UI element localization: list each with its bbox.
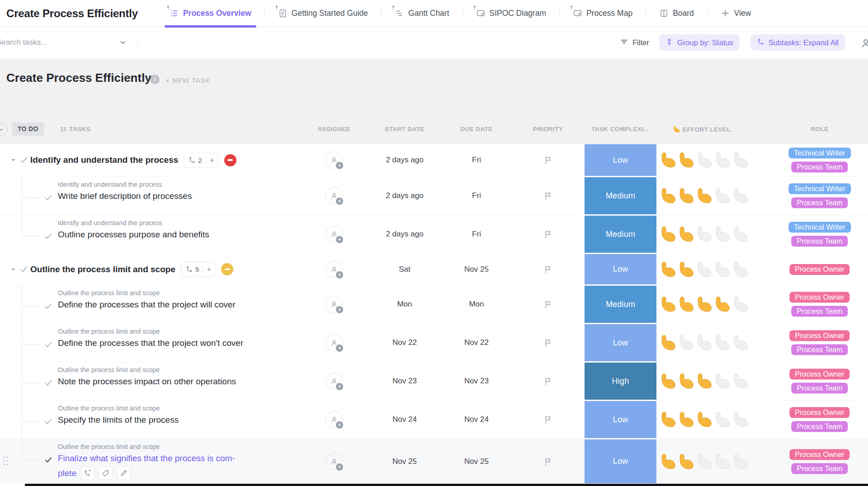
- priority-flag-icon[interactable]: [543, 299, 553, 309]
- priority-flag-icon[interactable]: [543, 229, 553, 239]
- tab-getting-started-guide[interactable]: Getting Started Guide: [265, 0, 381, 27]
- new-task-button[interactable]: + NEW TASK: [165, 76, 211, 84]
- status-dot-icon[interactable]: [224, 154, 236, 166]
- priority-flag-icon[interactable]: [543, 338, 553, 348]
- assignee-add-button[interactable]: +: [326, 226, 343, 243]
- due-date[interactable]: Mon: [469, 300, 484, 309]
- assignee-add-button[interactable]: +: [326, 296, 343, 313]
- tag-button[interactable]: [99, 466, 113, 480]
- expand-chevron-icon[interactable]: [10, 266, 16, 272]
- tab-board[interactable]: Board: [646, 0, 707, 27]
- subtask-row[interactable]: Outline the process limit and scopeNote …: [0, 362, 868, 400]
- complexity-cell[interactable]: Low: [585, 439, 656, 483]
- task-title[interactable]: Define the processes that the project wo…: [58, 338, 243, 348]
- filter-button[interactable]: Filter: [620, 34, 649, 51]
- task-row[interactable]: Identify and understand the process 2 + …: [0, 144, 868, 176]
- role-badge[interactable]: Process Owner: [789, 407, 849, 418]
- role-badge[interactable]: Process Owner: [789, 449, 849, 460]
- checkmark-icon[interactable]: [44, 302, 53, 311]
- assignee-add-button[interactable]: +: [326, 411, 343, 428]
- complexity-cell[interactable]: High: [585, 363, 656, 400]
- role-badge[interactable]: Technical Writer: [788, 184, 851, 194]
- start-date[interactable]: 2 days ago: [386, 156, 423, 165]
- subtask-row[interactable]: Identify and understand the processWrite…: [0, 176, 868, 215]
- complexity-cell[interactable]: Low: [585, 324, 656, 361]
- task-title[interactable]: Outline processes purpose and benefits: [58, 230, 209, 240]
- group-by-button[interactable]: Group by: Status: [659, 34, 740, 51]
- role-badge[interactable]: Process Owner: [789, 330, 849, 341]
- info-icon[interactable]: i: [150, 75, 160, 84]
- subtask-count-pill[interactable]: 2 +: [184, 153, 218, 168]
- parent-task-label[interactable]: Outline the process limit and scope: [58, 443, 160, 450]
- role-badge[interactable]: Process Team: [791, 236, 848, 247]
- tab-process-map[interactable]: Process Map: [560, 0, 646, 27]
- edit-button[interactable]: [117, 466, 131, 480]
- role-badge[interactable]: Process Owner: [789, 292, 849, 303]
- status-badge[interactable]: TO DO: [12, 123, 44, 136]
- task-title[interactable]: Identify and understand the process: [30, 155, 178, 165]
- assignee-add-button[interactable]: +: [326, 187, 343, 204]
- column-header-due-date[interactable]: DUE DATE: [460, 126, 492, 132]
- complexity-cell[interactable]: Medium: [585, 177, 656, 214]
- parent-task-label[interactable]: Outline the process limit and scope: [58, 328, 160, 335]
- column-header-priority[interactable]: PRIORITY: [533, 126, 563, 132]
- column-header-effort-level[interactable]: EFFORT LEVEL: [673, 126, 731, 133]
- subtask-row[interactable]: Outline the process limit and scopeDefin…: [0, 323, 868, 362]
- due-date[interactable]: Fri: [472, 230, 481, 239]
- task-title[interactable]: Finalize what signifies that the process…: [58, 453, 235, 463]
- complexity-cell[interactable]: Low: [585, 254, 656, 284]
- priority-flag-icon[interactable]: [543, 376, 553, 386]
- checkmark-icon[interactable]: [44, 231, 53, 241]
- bottom-scroll-edge[interactable]: [25, 484, 868, 486]
- assignee-add-button[interactable]: +: [326, 334, 343, 351]
- start-date[interactable]: Nov 25: [392, 457, 417, 466]
- complexity-cell[interactable]: Medium: [585, 216, 656, 253]
- role-badge[interactable]: Technical Writer: [788, 148, 851, 159]
- priority-flag-icon[interactable]: [543, 155, 553, 165]
- task-title[interactable]: Note the processes impact on other opera…: [58, 377, 236, 387]
- checkmark-icon[interactable]: [19, 264, 28, 274]
- add-subtask-icon[interactable]: +: [207, 265, 211, 273]
- role-badge[interactable]: Process Team: [791, 306, 848, 317]
- due-date[interactable]: Fri: [472, 191, 481, 200]
- collapse-group-icon[interactable]: [0, 123, 8, 136]
- complexity-cell[interactable]: Low: [585, 144, 656, 176]
- role-badge[interactable]: Process Team: [791, 383, 848, 394]
- task-title[interactable]: Define the processes that the project wi…: [58, 300, 236, 310]
- chevron-down-icon[interactable]: [119, 38, 127, 47]
- start-date[interactable]: Nov 24: [392, 415, 417, 424]
- search-input[interactable]: Search tasks...: [0, 27, 47, 58]
- parent-task-label[interactable]: Identify and understand the process: [58, 219, 162, 226]
- checkmark-icon[interactable]: [44, 417, 53, 426]
- role-badge[interactable]: Process Team: [791, 198, 848, 208]
- tab-view[interactable]: View: [708, 0, 764, 27]
- tab-process-overview[interactable]: Process Overview: [156, 0, 264, 27]
- drag-handle-icon[interactable]: [2, 456, 9, 468]
- role-badge[interactable]: Process Owner: [789, 264, 849, 275]
- subtask-count-pill[interactable]: 5 +: [181, 262, 216, 277]
- complexity-cell[interactable]: Low: [585, 401, 656, 438]
- start-date[interactable]: Nov 23: [392, 377, 417, 386]
- role-badge[interactable]: Process Team: [791, 463, 848, 474]
- assignee-filter-icon[interactable]: [859, 37, 868, 50]
- parent-task-label[interactable]: Identify and understand the process: [58, 181, 162, 188]
- tab-gantt-chart[interactable]: Gantt Chart: [382, 0, 462, 27]
- expand-chevron-icon[interactable]: [10, 157, 16, 163]
- priority-flag-icon[interactable]: [543, 457, 553, 467]
- start-date[interactable]: 2 days ago: [386, 191, 423, 200]
- role-badge[interactable]: Process Owner: [789, 369, 849, 380]
- start-date[interactable]: Mon: [397, 300, 412, 309]
- parent-task-label[interactable]: Outline the process limit and scope: [58, 366, 160, 373]
- priority-flag-icon[interactable]: [543, 415, 553, 425]
- checkmark-icon[interactable]: [44, 193, 53, 202]
- task-row[interactable]: Outline the process limit and scope 5 + …: [0, 253, 868, 285]
- parent-task-label[interactable]: Outline the process limit and scope: [58, 405, 160, 412]
- status-dot-icon[interactable]: [221, 263, 233, 275]
- column-header-task-complexi[interactable]: TASK COMPLEXI...: [591, 126, 649, 132]
- task-title-line2[interactable]: plete: [58, 468, 76, 478]
- parent-task-label[interactable]: Outline the process limit and scope: [58, 289, 160, 297]
- checkmark-icon[interactable]: [19, 155, 28, 165]
- role-badge[interactable]: Technical Writer: [788, 222, 851, 233]
- tab-sipoc-diagram[interactable]: SIPOC Diagram: [463, 0, 559, 27]
- subtask-row[interactable]: Outline the process limit and scopeFinal…: [0, 439, 868, 484]
